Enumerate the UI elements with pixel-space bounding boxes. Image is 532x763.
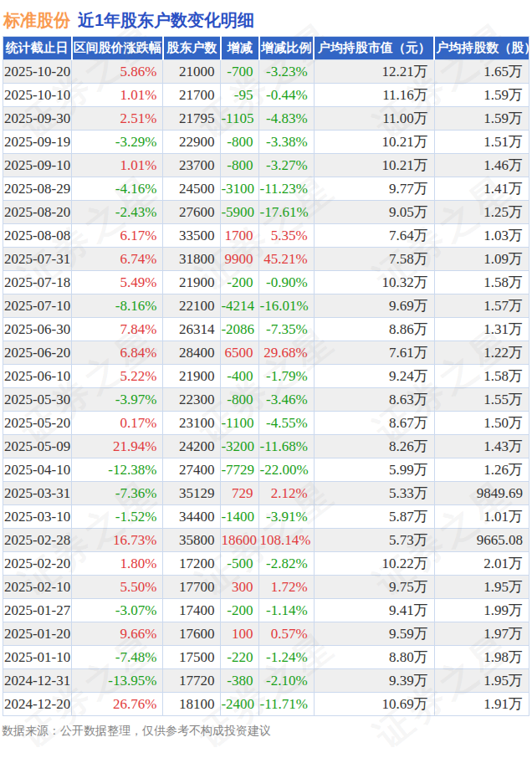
cell-holders: 24500 bbox=[163, 177, 221, 201]
cell-date: 2025-10-20 bbox=[3, 60, 72, 84]
cell-price-change: -7.48% bbox=[72, 646, 163, 669]
cell-avg-value: 5.87万 bbox=[314, 505, 434, 529]
cell-delta-pct: -3.91% bbox=[259, 505, 314, 529]
cell-delta: -4214 bbox=[221, 294, 259, 318]
table-row: 2025-09-10 1.01% 23700 -800 -3.27% 10.21… bbox=[3, 154, 529, 177]
cell-price-change: 5.86% bbox=[72, 60, 163, 84]
cell-date: 2025-02-28 bbox=[3, 529, 72, 552]
cell-avg-value: 8.80万 bbox=[314, 646, 434, 669]
table-row: 2025-09-19 -3.29% 22900 -800 -3.38% 10.2… bbox=[3, 131, 529, 154]
cell-delta-pct: -11.23% bbox=[259, 177, 314, 201]
cell-date: 2025-06-20 bbox=[3, 341, 72, 365]
cell-price-change: 16.73% bbox=[72, 529, 163, 552]
cell-price-change: 0.17% bbox=[72, 412, 163, 435]
cell-avg-value: 10.69万 bbox=[314, 693, 434, 716]
cell-avg-shares: 1.31万 bbox=[434, 318, 529, 341]
cell-price-change: -4.16% bbox=[72, 177, 163, 201]
cell-date: 2025-01-20 bbox=[3, 622, 72, 646]
col-header-delta: 增减 bbox=[221, 37, 259, 60]
table-row: 2025-06-10 5.22% 21900 -400 -1.79% 9.24万… bbox=[3, 365, 529, 388]
cell-avg-shares: 1.59万 bbox=[434, 84, 529, 107]
cell-avg-value: 9.75万 bbox=[314, 576, 434, 599]
cell-date: 2025-04-10 bbox=[3, 458, 72, 482]
col-header-avg-shares: 户均持股数（股） bbox=[434, 37, 529, 60]
table-row: 2025-08-20 -2.43% 27600 -5900 -17.61% 9.… bbox=[3, 201, 529, 224]
cell-price-change: 6.84% bbox=[72, 341, 163, 365]
col-header-date: 统计截止日 bbox=[3, 37, 72, 60]
cell-avg-shares: 1.26万 bbox=[434, 458, 529, 482]
cell-holders: 21795 bbox=[163, 107, 221, 131]
cell-date: 2025-01-10 bbox=[3, 646, 72, 669]
cell-delta-pct: -22.00% bbox=[259, 458, 314, 482]
cell-holders: 21900 bbox=[163, 271, 221, 294]
cell-delta: -220 bbox=[221, 646, 259, 669]
cell-date: 2025-02-20 bbox=[3, 552, 72, 576]
cell-avg-shares: 1.57万 bbox=[434, 294, 529, 318]
cell-avg-value: 9.24万 bbox=[314, 365, 434, 388]
cell-price-change: 5.22% bbox=[72, 365, 163, 388]
table-header: 统计截止日 区间股价涨跌幅 股东户数 增减 增减比例 户均持股市值（元） 户均持… bbox=[3, 37, 529, 60]
cell-delta: -380 bbox=[221, 669, 259, 693]
cell-delta-pct: -11.71% bbox=[259, 693, 314, 716]
table-row: 2025-06-20 6.84% 28400 6500 29.68% 7.61万… bbox=[3, 341, 529, 365]
cell-avg-shares: 9849.69 bbox=[434, 482, 529, 505]
table-row: 2024-12-20 26.76% 18100 -2400 -11.71% 10… bbox=[3, 693, 529, 716]
cell-delta: -500 bbox=[221, 552, 259, 576]
cell-avg-shares: 1.55万 bbox=[434, 388, 529, 412]
cell-holders: 22100 bbox=[163, 294, 221, 318]
cell-avg-value: 10.21万 bbox=[314, 131, 434, 154]
cell-holders: 22300 bbox=[163, 388, 221, 412]
cell-date: 2024-12-31 bbox=[3, 669, 72, 693]
cell-delta: -2400 bbox=[221, 693, 259, 716]
cell-date: 2025-02-10 bbox=[3, 576, 72, 599]
cell-date: 2025-03-10 bbox=[3, 505, 72, 529]
cell-delta-pct: 45.21% bbox=[259, 248, 314, 271]
cell-price-change: -3.07% bbox=[72, 599, 163, 622]
cell-price-change: 6.17% bbox=[72, 224, 163, 248]
cell-avg-value: 10.32万 bbox=[314, 271, 434, 294]
cell-holders: 23700 bbox=[163, 154, 221, 177]
cell-holders: 34400 bbox=[163, 505, 221, 529]
cell-avg-value: 8.26万 bbox=[314, 435, 434, 458]
cell-date: 2025-05-09 bbox=[3, 435, 72, 458]
cell-avg-shares: 1.58万 bbox=[434, 271, 529, 294]
col-header-price-change: 区间股价涨跌幅 bbox=[72, 37, 163, 60]
cell-holders: 23100 bbox=[163, 412, 221, 435]
table-row: 2025-09-30 2.51% 21795 -1105 -4.83% 11.0… bbox=[3, 107, 529, 131]
report-title: 近1年股东户数变化明细 bbox=[78, 12, 254, 28]
cell-delta: -1105 bbox=[221, 107, 259, 131]
cell-holders: 33500 bbox=[163, 224, 221, 248]
cell-avg-value: 5.33万 bbox=[314, 482, 434, 505]
shareholder-report-page: 标准股份 近1年股东户数变化明细 统计截止日 区间股价涨跌幅 股东户数 增减 增… bbox=[0, 4, 532, 763]
cell-date: 2025-01-27 bbox=[3, 599, 72, 622]
table-row: 2025-07-10 -8.16% 22100 -4214 -16.01% 9.… bbox=[3, 294, 529, 318]
cell-avg-value: 11.16万 bbox=[314, 84, 434, 107]
table-row: 2025-05-20 0.17% 23100 -1100 -4.55% 8.67… bbox=[3, 412, 529, 435]
cell-delta-pct: -3.27% bbox=[259, 154, 314, 177]
cell-price-change: -2.43% bbox=[72, 201, 163, 224]
cell-date: 2025-09-19 bbox=[3, 131, 72, 154]
cell-avg-value: 5.73万 bbox=[314, 529, 434, 552]
cell-delta: 18600 bbox=[221, 529, 259, 552]
cell-delta: -200 bbox=[221, 271, 259, 294]
cell-avg-value: 11.00万 bbox=[314, 107, 434, 131]
cell-date: 2025-08-08 bbox=[3, 224, 72, 248]
table-row: 2025-05-09 21.94% 24200 -3200 -11.68% 8.… bbox=[3, 435, 529, 458]
cell-avg-shares: 1.99万 bbox=[434, 599, 529, 622]
table-row: 2025-05-30 -3.97% 22300 -800 -3.46% 8.63… bbox=[3, 388, 529, 412]
cell-avg-shares: 1.50万 bbox=[434, 412, 529, 435]
cell-delta-pct: -2.82% bbox=[259, 552, 314, 576]
cell-price-change: -3.97% bbox=[72, 388, 163, 412]
cell-holders: 28400 bbox=[163, 341, 221, 365]
cell-avg-shares: 2.01万 bbox=[434, 552, 529, 576]
cell-holders: 31800 bbox=[163, 248, 221, 271]
cell-price-change: 5.50% bbox=[72, 576, 163, 599]
cell-date: 2025-08-29 bbox=[3, 177, 72, 201]
cell-date: 2025-03-31 bbox=[3, 482, 72, 505]
cell-delta-pct: -0.90% bbox=[259, 271, 314, 294]
cell-delta-pct: -3.38% bbox=[259, 131, 314, 154]
cell-avg-value: 12.21万 bbox=[314, 60, 434, 84]
cell-price-change: -8.16% bbox=[72, 294, 163, 318]
cell-avg-shares: 1.58万 bbox=[434, 365, 529, 388]
cell-holders: 17500 bbox=[163, 646, 221, 669]
